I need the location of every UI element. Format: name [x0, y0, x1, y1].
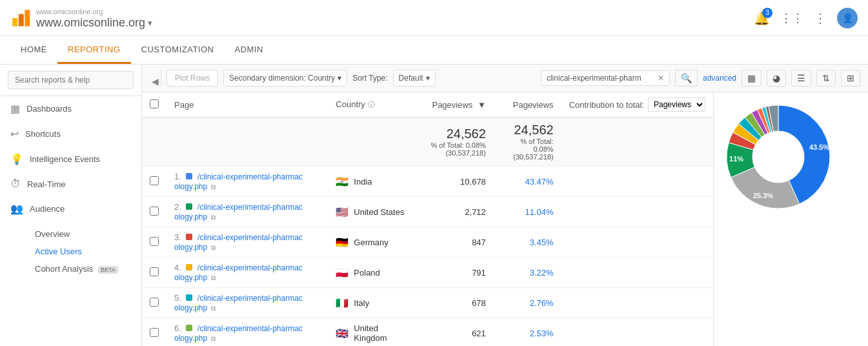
row-number: 4.: [174, 263, 181, 272]
country-cell: 🇬🇧 United Kingdom: [336, 323, 409, 343]
realtime-icon: ⏱: [10, 178, 21, 190]
row-color-dot: [186, 203, 192, 210]
nav-admin[interactable]: ADMIN: [224, 37, 273, 64]
row-color-dot: [186, 234, 192, 240]
nav-bar: HOME REPORTING CUSTOMIZATION ADMIN: [0, 36, 868, 65]
page-link[interactable]: /clinical-experimental-pharmac ology.php: [174, 294, 303, 312]
more-options-button[interactable]: ⋮: [814, 10, 827, 26]
top-bar-right: 🔔 3 ⋮⋮ ⋮ 👤: [754, 8, 858, 28]
country-cell: 🇺🇸 United States: [336, 206, 409, 218]
summary-sub2: (30,537,218): [501, 153, 554, 161]
country-header: Country ⓘ: [328, 92, 416, 117]
table-row: 2. /clinical-experimental-pharmac ology.…: [142, 197, 713, 227]
sidebar-item-realtime[interactable]: ⏱ Real-Time: [0, 172, 141, 196]
row-number: 2.: [174, 202, 181, 212]
grid-view-button[interactable]: ▦: [742, 70, 762, 86]
summary-value1: 24,562: [424, 127, 486, 141]
advanced-button[interactable]: advanced: [703, 74, 736, 83]
search-clear-icon[interactable]: ✕: [658, 74, 664, 83]
page-link[interactable]: /clinical-experimental-pharmac ology.php: [174, 233, 303, 252]
sort-type-label: Sort Type:: [352, 74, 387, 83]
table-row: 6. /clinical-experimental-pharmac ology.…: [142, 318, 713, 347]
nav-home[interactable]: HOME: [10, 37, 57, 64]
country-name: United States: [354, 207, 404, 217]
search-filter[interactable]: clinical-experimental-pharm ✕: [541, 70, 670, 86]
svg-rect-1: [19, 14, 24, 26]
pageviews-value: 678: [416, 288, 494, 318]
shortcuts-icon: ↩: [10, 128, 19, 140]
country-cell: 🇮🇳 India: [336, 176, 409, 188]
sidebar-sub-overview[interactable]: Overview: [27, 225, 141, 243]
sidebar-item-audience[interactable]: 👥 Audience: [0, 196, 141, 221]
page-link[interactable]: /clinical-experimental-pharmac ology.php: [174, 263, 303, 282]
apps-grid-button[interactable]: ⋮⋮: [780, 10, 803, 25]
row-checkbox[interactable]: [150, 237, 159, 246]
compare-button[interactable]: ⇅: [816, 70, 836, 86]
country-flag: 🇺🇸: [336, 206, 348, 218]
contribution-value: 2.53%: [494, 318, 561, 347]
pageviews-value: 10,678: [416, 167, 494, 197]
sidebar-item-intelligence[interactable]: 💡 Intelligence Events: [0, 147, 141, 172]
secondary-dimension-select[interactable]: Secondary dimension: Country ▾: [223, 70, 347, 86]
page-external-icon: ⧉: [211, 183, 216, 190]
intelligence-icon: 💡: [10, 153, 23, 165]
pageviews-sort-header[interactable]: Pageviews ▼: [416, 92, 494, 117]
nav-customization[interactable]: CUSTOMIZATION: [131, 37, 225, 64]
nav-reporting[interactable]: REPORTING: [57, 37, 131, 64]
row-checkbox[interactable]: [150, 328, 159, 337]
contribution-value: 43.47%: [494, 167, 561, 197]
sidebar-item-shortcuts[interactable]: ↩ Shortcuts: [0, 121, 141, 147]
summary-pct2: % of Total: 0.08%: [501, 137, 554, 153]
row-number: 3.: [174, 232, 181, 242]
dashboards-icon: ▦: [10, 103, 20, 115]
table-row: 1. /clinical-experimental-pharmac ology.…: [142, 167, 713, 197]
site-dropdown-icon[interactable]: ▾: [148, 18, 152, 28]
page-link[interactable]: /clinical-experimental-pharmac ology.php: [174, 324, 303, 343]
contribution-select[interactable]: Pageviews: [648, 97, 705, 112]
sidebar: ▦ Dashboards ↩ Shortcuts 💡 Intelligence …: [0, 65, 142, 346]
select-all-checkbox[interactable]: [150, 99, 159, 108]
secondary-dim-chevron: ▾: [338, 74, 341, 83]
content-area: ◀ Plot Rows Secondary dimension: Country…: [142, 65, 868, 346]
page-link[interactable]: /clinical-experimental-pharmac ology.php: [174, 172, 303, 191]
sidebar-sub-active-users[interactable]: Active Users: [27, 243, 141, 260]
sort-type-select[interactable]: Default ▾: [393, 70, 436, 86]
table-row: 5. /clinical-experimental-pharmac ology.…: [142, 288, 713, 318]
sidebar-item-dashboards[interactable]: ▦ Dashboards: [0, 96, 141, 121]
search-filter-value: clinical-experimental-pharm: [547, 74, 654, 83]
country-cell: 🇮🇹 Italy: [336, 297, 409, 309]
row-checkbox[interactable]: [150, 176, 159, 185]
pie-label: 43.5%: [809, 143, 829, 151]
shortcuts-label: Shortcuts: [25, 129, 61, 139]
sidebar-sub-cohort[interactable]: Cohort Analysis BETA: [27, 260, 141, 278]
search-button[interactable]: 🔍: [675, 70, 698, 86]
sort-down-icon: ▼: [478, 100, 486, 110]
pie-view-button[interactable]: ◕: [767, 70, 786, 86]
pivot-button[interactable]: ⊞: [841, 70, 860, 86]
search-input[interactable]: [8, 71, 134, 89]
more-icon: ⋮: [814, 11, 827, 25]
contribution-value: 11.04%: [494, 197, 561, 227]
country-flag: 🇮🇳: [336, 176, 348, 188]
summary-sub1: (30,537,218): [424, 149, 486, 157]
country-flag: 🇩🇪: [336, 236, 348, 249]
grid-view-icon: ▦: [747, 73, 756, 83]
notifications-button[interactable]: 🔔 3: [754, 10, 770, 26]
country-cell: 🇵🇱 Poland: [336, 267, 409, 279]
row-color-dot: [186, 173, 192, 179]
summary-pct1: % of Total: 0.08%: [424, 141, 486, 149]
list-view-button[interactable]: ☰: [791, 70, 811, 86]
avatar[interactable]: 👤: [837, 8, 858, 28]
collapse-button[interactable]: ◀: [150, 70, 161, 86]
row-checkbox[interactable]: [150, 267, 159, 276]
summary-value2: 24,562: [501, 123, 554, 137]
sort-chevron: ▾: [426, 74, 430, 83]
plot-rows-button[interactable]: Plot Rows: [167, 70, 218, 86]
pageviews-value: 621: [416, 318, 494, 347]
row-checkbox[interactable]: [150, 298, 159, 307]
site-info: www.omicsonline.org www.omicsonline.org …: [36, 6, 152, 30]
page-link[interactable]: /clinical-experimental-pharmac ology.php: [174, 203, 303, 221]
intelligence-label: Intelligence Events: [30, 154, 100, 164]
row-checkbox[interactable]: [150, 207, 159, 216]
country-cell: 🇩🇪 Germany: [336, 236, 409, 249]
